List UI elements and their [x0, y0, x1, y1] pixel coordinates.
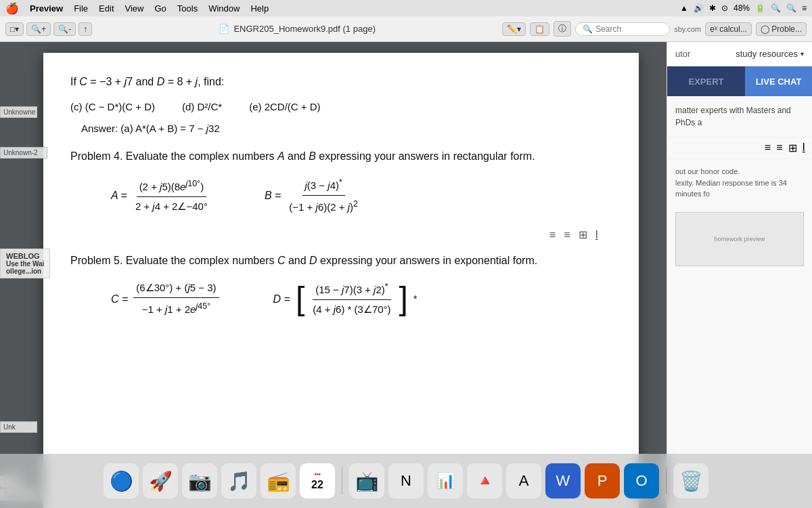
dock-outlook[interactable]: O	[624, 463, 659, 499]
menu-bar: 🍎 Preview File Edit View Go Tools Window…	[0, 0, 812, 16]
zoom-out-btn[interactable]: 🔍-	[53, 22, 76, 36]
content-area: Unknowne Unknown-2 WEBLOG Use the Wai ol…	[0, 42, 812, 508]
formula-c-numerator: (6∠30°) + (j5 − 3)	[133, 280, 219, 298]
dock: 🔵 🚀 📷 🎵 📻 ▪▪▪ 22 📺 N 📊 🔺 A W P O 🗑️	[0, 454, 812, 508]
dock-word[interactable]: W	[545, 463, 581, 499]
dock-charts[interactable]: 📊	[428, 463, 463, 499]
dock-tv[interactable]: 📺	[349, 463, 384, 499]
toolbar-center: 📄 ENGR205_Homework9.pdf (1 page)	[96, 24, 498, 34]
format-icon-3[interactable]: ⊞	[579, 226, 587, 244]
calcu-btn[interactable]: eᵡ calcul...	[705, 22, 752, 36]
control-center-icon[interactable]: ≡	[802, 3, 807, 13]
format-icon-1[interactable]: ≡	[549, 226, 556, 244]
formula-a-container: A = (2 + j5)(8ej10°) 2 + j4 + 2∠−40°	[111, 177, 210, 215]
formula-c-denominator: −1 + j1 + 2ej45°	[139, 298, 213, 318]
menu-view[interactable]: View	[125, 3, 144, 14]
dock-news[interactable]: N	[388, 463, 424, 499]
formulas-cd: C = (6∠30°) + (j5 − 3) −1 + j1 + 2ej45°	[111, 280, 612, 318]
share-btn[interactable]: ↑	[78, 22, 92, 36]
battery-icon: 🔋	[755, 3, 765, 13]
formula-d-denominator: (4 + j6) * (3∠70°)	[310, 300, 393, 318]
dock-divider	[342, 467, 342, 494]
menu-bar-right: ▲ 🔊 ✱ ⊙ 48% 🔋 🔍 🔍 ≡	[680, 3, 807, 13]
formula-b-label: B =	[265, 187, 281, 205]
pdf-header-text: If C = −3 + j7 and D = 8 + j, find:	[70, 76, 224, 87]
study-resources-btn[interactable]: study resources ▾	[736, 49, 804, 59]
app-name[interactable]: Preview	[30, 3, 63, 14]
info-btn[interactable]: ⓘ	[554, 21, 571, 37]
format-icon-b[interactable]: ≡	[776, 142, 782, 154]
problem4-title: Problem 4. Evaluate the complex numbers …	[70, 148, 612, 165]
sound-icon: 🔊	[694, 3, 704, 13]
formula-b-denominator: (−1 + j6)(2 + j)2	[286, 196, 361, 215]
website-text: sby.com	[674, 25, 701, 33]
proble-btn[interactable]: ◯ Proble...	[756, 22, 807, 36]
menu-help[interactable]: Help	[250, 3, 269, 14]
dock-date: 22	[311, 478, 323, 491]
unknown3-text: Unk	[3, 423, 34, 431]
dock-calendar[interactable]: ▪▪▪ 22	[300, 463, 335, 499]
pdf-header: If C = −3 + j7 and D = 8 + j, find:	[70, 73, 612, 91]
toolbar: □▾ 🔍+ 🔍- ↑ 📄 ENGR205_Homework9.pdf (1 pa…	[0, 16, 812, 42]
menu-edit[interactable]: Edit	[99, 3, 114, 14]
formula-b-numerator: j(3 − j4)*	[302, 175, 345, 196]
search-box[interactable]: 🔍	[575, 22, 670, 36]
battery-percent: 48%	[734, 3, 750, 13]
part-c: (c) (C − D*)(C + D)	[70, 99, 155, 115]
problem5-title-text: Problem 5. Evaluate the complex numbers …	[70, 255, 537, 266]
pdf-page: If C = −3 + j7 and D = 8 + j, find: (c) …	[43, 53, 639, 508]
apple-menu[interactable]: 🍎	[5, 2, 19, 15]
zoom-in-btn[interactable]: 🔍+	[26, 22, 51, 36]
dock-activity[interactable]: A	[506, 463, 541, 499]
search-input[interactable]	[595, 24, 663, 34]
dock-podcasts[interactable]: 📻	[261, 463, 296, 499]
format-icon-c[interactable]: ⊞	[788, 142, 797, 154]
search-icon: 🔍	[583, 24, 593, 34]
dock-photos[interactable]: 📷	[182, 463, 217, 499]
dock-powerpoint[interactable]: P	[585, 463, 620, 499]
format-icon-4[interactable]: I	[595, 226, 598, 244]
clipboard-btn[interactable]: 📋	[530, 22, 549, 36]
wifi-status-icon: ⊙	[721, 3, 728, 13]
dock-music[interactable]: 🎵	[221, 463, 256, 499]
menu-file[interactable]: File	[74, 3, 88, 14]
menu-go[interactable]: Go	[154, 3, 166, 14]
formula-a-label: A =	[111, 187, 127, 205]
dock-launchpad[interactable]: 🚀	[143, 463, 178, 499]
unknown1-text: Unknowne	[3, 108, 34, 116]
format-icon-2[interactable]: ≡	[564, 226, 570, 244]
format-icons-row: ≡ ≡ ⊞ I	[70, 226, 612, 244]
app-window: □▾ 🔍+ 🔍- ↑ 📄 ENGR205_Homework9.pdf (1 pa…	[0, 16, 812, 508]
format-icon-d[interactable]: I	[803, 142, 805, 154]
spotlight-icon[interactable]: 🔍	[786, 3, 796, 13]
honor-code-link-text: out our honor code.	[675, 167, 740, 175]
formula-d-numerator: (15 − j7)(3 + j2)*	[313, 280, 390, 300]
format-icon-a[interactable]: ≡	[765, 142, 771, 154]
left-bracket: [	[296, 282, 304, 315]
wifi-icon: ▲	[680, 3, 688, 13]
pdf-title-bar: 📄 ENGR205_Homework9.pdf (1 page)	[219, 24, 376, 34]
expert-btn[interactable]: EXPERT	[667, 66, 745, 96]
dock-finder[interactable]: 🔵	[104, 463, 139, 499]
formula-d-label: D =	[273, 291, 290, 308]
honor-code-text: out our honor code.	[675, 167, 740, 175]
menu-window[interactable]: Window	[208, 3, 240, 14]
formula-c-fraction: (6∠30°) + (j5 − 3) −1 + j1 + 2ej45°	[133, 280, 219, 318]
menu-tools[interactable]: Tools	[177, 3, 198, 14]
formula-d-container: D = [ (15 − j7)(3 + j2)* (4 + j6) * (3∠7…	[273, 280, 418, 318]
dock-trash[interactable]: 🗑️	[673, 463, 708, 499]
weblog-overlay: WEBLOG Use the Wai ollege...ion	[0, 249, 50, 278]
formula-b-fraction: j(3 − j4)* (−1 + j6)(2 + j)2	[286, 175, 361, 215]
view-toggle-btn[interactable]: □▾	[5, 22, 24, 36]
tutor-label: utor	[675, 49, 690, 59]
pencil-btn[interactable]: ✏️▾	[502, 22, 526, 36]
answer-text: Answer: (a) A*(A + B) = 7 − j32	[81, 123, 220, 134]
live-chat-btn[interactable]: LIVE CHAT	[745, 66, 812, 96]
unknown-overlay-2: Unknown-2	[0, 147, 47, 158]
d-star: *	[413, 291, 417, 306]
dock-unknown1[interactable]: 🔺	[467, 463, 502, 499]
honor-code-section: out our honor code. lexity. Median respo…	[667, 158, 812, 207]
thumbnail-placeholder: homework preview	[711, 233, 767, 245]
weblog-text: WEBLOG	[6, 252, 44, 260]
right-icons-bar: ≡ ≡ ⊞ I	[667, 137, 812, 158]
